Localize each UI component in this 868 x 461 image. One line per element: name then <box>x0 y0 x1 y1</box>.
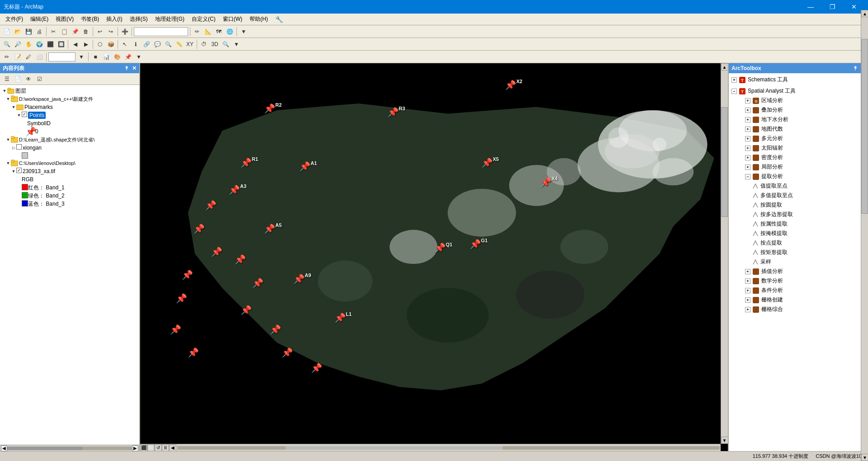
editor-button[interactable]: ✏ <box>192 27 202 37</box>
new-button[interactable]: 📄 <box>2 27 12 37</box>
pin-cluster3[interactable]: 📌 <box>211 246 222 257</box>
toc-desktop-folder[interactable]: ▼ C:\Users\lenovo\Desktop\ <box>0 159 139 167</box>
pin-cluster1[interactable]: 📌 <box>205 200 217 211</box>
tool-polygon-extract[interactable]: 按多边形提取 <box>731 210 866 219</box>
menu-view[interactable]: 视图(V) <box>52 14 77 24</box>
pin-X5[interactable]: 📌 <box>481 157 493 168</box>
workspace-expand[interactable]: ▼ <box>5 95 11 103</box>
draw-btn8[interactable]: 📌 <box>123 52 133 62</box>
pin-A9[interactable]: 📌 <box>293 273 305 284</box>
xiongan-checkbox[interactable] <box>16 144 22 150</box>
fullext-button[interactable]: ⬛ <box>45 39 55 49</box>
points-checkbox[interactable]: ✓ <box>22 112 27 117</box>
menu-customize[interactable]: 自定义(C) <box>188 14 219 24</box>
draw-btn4[interactable]: ⬜ <box>34 52 44 62</box>
expand-btn2[interactable]: ▼ <box>231 39 241 49</box>
pin-cluster10[interactable]: 📌 <box>241 305 252 315</box>
menu-edit[interactable]: 编辑(E) <box>27 14 52 24</box>
local-expand[interactable]: + <box>745 165 750 170</box>
zoom-in-button[interactable]: 🔍 <box>2 39 12 49</box>
toc-placemarks-folder[interactable]: ▼ Placemarks <box>0 103 139 111</box>
open-button[interactable]: 📂 <box>13 27 23 37</box>
pin-cluster12[interactable]: 📌 <box>282 347 293 358</box>
tool-attribute-extract[interactable]: 按属性提取 <box>731 219 866 229</box>
schematics-header[interactable]: + T Schematics 工具 <box>731 75 866 85</box>
tif-checkbox[interactable]: ✓ <box>16 168 22 173</box>
tool-quyufenxi[interactable]: + ⚙ 区域分析 <box>731 96 866 105</box>
tool-multivariate[interactable]: + 多元分析 <box>731 134 866 143</box>
conditional-expand[interactable]: + <box>745 288 750 293</box>
pin-cluster11[interactable]: 📌 <box>270 324 281 335</box>
tool-raster-create[interactable]: + 栅格创建 <box>731 295 866 305</box>
pin-cluster6[interactable]: 📌 <box>170 324 181 335</box>
toolbox-scroll-thumb[interactable] <box>861 39 868 213</box>
time-slider-button[interactable]: ⏱ <box>199 39 209 49</box>
pin-R1[interactable]: 📌 <box>241 157 252 168</box>
toc-xiongan-layer[interactable]: ▷ xiongan <box>0 144 139 152</box>
tool-diejia[interactable]: + 叠加分析 <box>731 105 866 115</box>
h-scroll-thumb[interactable] <box>286 446 503 450</box>
placemarks-expand[interactable]: ▼ <box>11 103 16 111</box>
draw-btn1[interactable]: ✏ <box>2 52 12 62</box>
print-button[interactable]: 🖨 <box>34 27 44 37</box>
map-algebra-expand[interactable]: + <box>745 127 750 132</box>
nav-refresh-btn[interactable]: ↺ <box>155 444 162 452</box>
interpolation-expand[interactable]: + <box>745 269 750 274</box>
toolbox-v-scrollbar[interactable]: ▲ ▼ <box>861 10 868 461</box>
tif-expand[interactable]: ▼ <box>11 168 16 175</box>
next-extent-button[interactable]: ▶ <box>81 39 91 49</box>
draw-btn3[interactable]: 🖊 <box>24 52 33 62</box>
toc-list-btn[interactable]: ☰ <box>2 74 12 84</box>
draw-btn9[interactable]: ▼ <box>134 52 144 62</box>
pin-cluster13[interactable]: 📌 <box>311 362 322 373</box>
tool-mask-extract[interactable]: 按掩模提取 <box>731 229 866 238</box>
toolbox-scroll-down[interactable]: ▼ <box>861 454 868 461</box>
toc-sel-btn[interactable]: ☑ <box>34 74 44 84</box>
map-area[interactable]: 📌 R2 📌 R3 📌 X2 📌 R1 📌 A1 📌 X5 📌 X4 📌 A3 <box>140 63 728 451</box>
groundwater-expand[interactable]: + <box>745 117 750 122</box>
toc-source-btn[interactable]: 📄 <box>13 74 23 84</box>
find-button[interactable]: 🔍 <box>163 39 173 49</box>
redo-button[interactable]: ↪ <box>106 27 116 37</box>
spatial-analyst-header[interactable]: − T Spatial Analyst 工具 <box>731 86 866 96</box>
solar-expand[interactable]: + <box>745 146 750 151</box>
tool-solar[interactable]: + 太阳辐射 <box>731 143 866 153</box>
pin-R2[interactable]: 📌 <box>264 103 275 114</box>
minimize-button[interactable]: — <box>800 0 821 14</box>
multivariate-expand[interactable]: + <box>745 136 750 141</box>
toc-close-button[interactable]: ✕ <box>132 65 137 71</box>
delete-button[interactable]: 🗑 <box>81 27 91 37</box>
go-xy-button[interactable]: XY <box>185 39 195 49</box>
menu-file[interactable]: 文件(F) <box>2 14 27 24</box>
paste-button[interactable]: 📌 <box>70 27 80 37</box>
v-scrollbar[interactable]: ▲ ▼ <box>721 63 728 444</box>
tool-local[interactable]: + 局部分析 <box>731 162 866 172</box>
cut-button[interactable]: ✂ <box>48 27 58 37</box>
pan-button[interactable]: ✋ <box>24 39 33 49</box>
menu-window[interactable]: 窗口(W) <box>219 14 246 24</box>
nav-bookmark-btn[interactable]: ⬜ <box>147 444 155 452</box>
math-expand[interactable]: + <box>745 278 750 284</box>
tool-raster-gen[interactable]: + 栅格综合 <box>731 305 866 314</box>
h-scrollbar[interactable]: ⬛ ⬜ ↺ ⏸ ◀ <box>140 444 721 451</box>
nav-prev-btn[interactable]: ◀ <box>169 444 176 452</box>
toc-pin-button[interactable]: 🖈 <box>124 65 129 71</box>
pin-R3[interactable]: 📌 <box>387 107 399 118</box>
save-button[interactable]: 💾 <box>24 27 33 37</box>
tool-circle-extract[interactable]: 按圆提取 <box>731 200 866 210</box>
density-expand[interactable]: + <box>745 155 750 160</box>
learn-expand[interactable]: ▼ <box>5 136 11 143</box>
scroll-right-btn[interactable]: ▶ <box>132 445 138 452</box>
pin-G1[interactable]: 📌 <box>470 239 481 249</box>
scroll-left-btn[interactable]: ◀ <box>1 445 7 452</box>
toc-workspace-folder[interactable]: ▼ D:\workspace_java_c++\新建文件 <box>0 95 139 103</box>
tool-multi-extract[interactable]: 多值提取至点 <box>731 191 866 200</box>
category-spatial-analyst[interactable]: − T Spatial Analyst 工具 + ⚙ 区域分析 + 叠 <box>729 85 868 315</box>
pin-cluster9[interactable]: 📌 <box>252 278 264 288</box>
pin-cluster2[interactable]: 📌 <box>193 223 205 234</box>
toc-h-scrollbar[interactable]: ◀ ▶ <box>0 445 139 451</box>
scroll-thumb[interactable] <box>7 447 82 450</box>
map-button[interactable]: 🗺 <box>214 27 224 37</box>
pin-A5[interactable]: 📌 <box>264 223 275 234</box>
pin-L1[interactable]: 📌 <box>335 312 346 323</box>
